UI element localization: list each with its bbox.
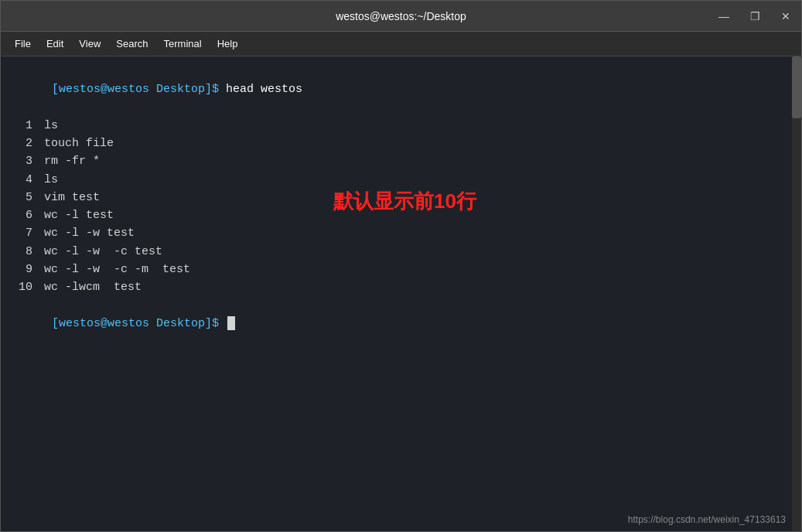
watermark: https://blog.csdn.net/weixin_47133613 [628,514,786,525]
menu-help[interactable]: Help [210,35,246,53]
output-line: 1 ls [10,117,792,135]
minimize-button[interactable]: — [708,1,739,32]
prompt-1: [westos@westos Desktop]$ [52,83,219,96]
menu-file[interactable]: File [7,35,39,53]
menu-search[interactable]: Search [108,35,155,53]
output-line: 3 rm -fr * [10,152,792,170]
menu-terminal[interactable]: Terminal [156,35,210,53]
close-button[interactable]: ✕ [770,1,801,32]
prompt-2: [westos@westos Desktop]$ [52,317,226,330]
output-line: 7 wc -l -w test [10,224,792,242]
menu-edit[interactable]: Edit [39,35,71,53]
window-controls: — ❐ ✕ [708,1,801,32]
command-text: head westos [219,83,302,96]
window-title: westos@westos:~/Desktop [336,10,466,22]
cursor [227,316,235,330]
scrollbar[interactable] [792,56,801,531]
title-bar: westos@westos:~/Desktop — ❐ ✕ [1,1,801,32]
menu-bar: File Edit View Search Terminal Help [1,32,801,56]
scrollbar-thumb[interactable] [792,56,801,118]
terminal-window: westos@westos:~/Desktop — ❐ ✕ File Edit … [0,0,802,532]
annotation-text: 默认显示前10行 [333,188,476,215]
terminal-body[interactable]: [westos@westos Desktop]$ head westos 1 l… [1,56,801,531]
output-line: 2 touch file [10,135,792,152]
output-line: 9 wc -l -w -c -m test [10,261,792,278]
terminal-content: [westos@westos Desktop]$ head westos [10,63,792,117]
output-line: 10 wc -lwcm test [10,278,792,296]
terminal-prompt-2: [westos@westos Desktop]$ [10,296,792,350]
output-line: 8 wc -l -w -c test [10,243,792,261]
maximize-button[interactable]: ❐ [739,1,770,32]
menu-view[interactable]: View [71,35,108,53]
output-line: 4 ls [10,171,792,189]
